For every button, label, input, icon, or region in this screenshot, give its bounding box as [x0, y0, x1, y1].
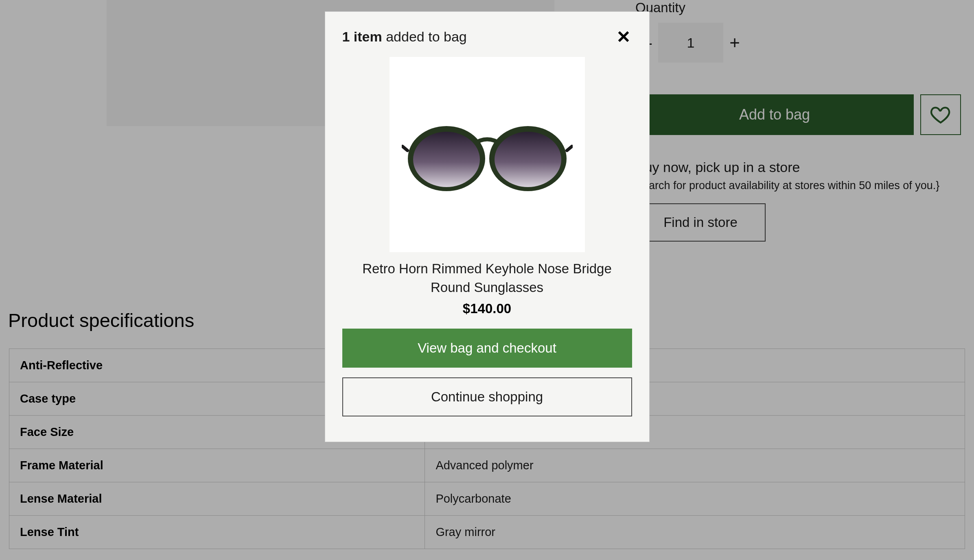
svg-point-3 [413, 132, 480, 187]
modal-product-price: $140.00 [342, 301, 632, 316]
close-button[interactable] [615, 28, 632, 46]
modal-product-name: Retro Horn Rimmed Keyhole Nose Bridge Ro… [342, 259, 632, 297]
view-bag-button[interactable]: View bag and checkout [342, 329, 632, 368]
sunglasses-icon [402, 114, 573, 195]
modal-product-image [390, 57, 585, 252]
continue-shopping-button[interactable]: Continue shopping [342, 377, 632, 416]
svg-point-5 [495, 132, 561, 187]
close-icon [617, 30, 630, 44]
modal-overlay[interactable]: 1 item added to bag [0, 0, 974, 560]
modal-item-count: 1 item [342, 29, 382, 44]
modal-title: 1 item added to bag [342, 29, 632, 45]
modal-added-text: added to bag [382, 29, 467, 44]
added-to-bag-modal: 1 item added to bag [325, 11, 650, 442]
